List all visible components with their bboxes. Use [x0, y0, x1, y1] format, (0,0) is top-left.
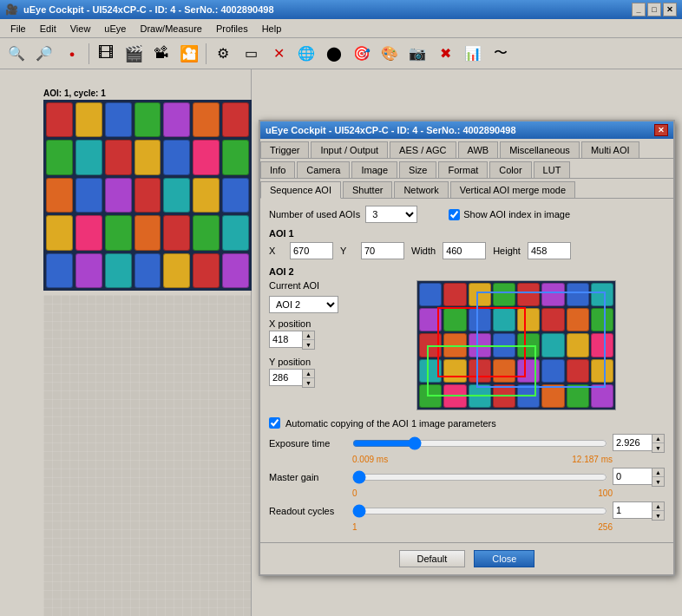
toolbar-btn-cross[interactable]: ✕ — [266, 42, 292, 66]
num-aoi-select[interactable]: 3 1 2 4 5 6 7 8 — [365, 206, 417, 223]
toolbar-btn-target[interactable]: 🎯 — [349, 42, 375, 66]
exposure-slider[interactable] — [352, 436, 607, 450]
toolbar-btn-x-red[interactable]: ✖ — [432, 42, 458, 66]
tab-miscellaneous[interactable]: Miscellaneous — [500, 141, 580, 158]
menu-ueye[interactable]: uEye — [97, 22, 133, 36]
toolbar-sep-2 — [206, 43, 207, 64]
exposure-spinner-btns: ▲ ▼ — [652, 434, 665, 453]
tab-awb[interactable]: AWB — [458, 141, 499, 158]
tab-size[interactable]: Size — [399, 161, 436, 178]
tab-trigger[interactable]: Trigger — [260, 141, 309, 158]
show-aoi-checkbox[interactable] — [449, 209, 460, 220]
exposure-value-input[interactable] — [613, 434, 652, 451]
aoi1-section: AOI 1 X Y Width Height — [269, 228, 665, 259]
menu-help[interactable]: Help — [255, 22, 289, 36]
menu-view[interactable]: View — [63, 22, 98, 36]
tab-aes-agc[interactable]: AES / AGC — [390, 141, 456, 158]
menu-profiles[interactable]: Profiles — [209, 22, 255, 36]
main-area: AOI: 1, cycle: 1 1:1 1:2 1:4 2:1 ↖ ✛ — [0, 69, 682, 616]
tab-input-output[interactable]: Input / Output — [311, 141, 388, 158]
toolbar-btn-graph[interactable]: 📊 — [460, 42, 486, 66]
ypos-label: Y position — [269, 357, 408, 367]
toolbar-btn-globe[interactable]: 🌐 — [293, 42, 319, 66]
tab-vertical-aoi[interactable]: Vertical AOI merge mode — [450, 181, 575, 198]
master-gain-down-btn[interactable]: ▼ — [652, 477, 664, 486]
dialog-close-button[interactable]: ✕ — [654, 124, 668, 136]
aoi1-height-input[interactable] — [528, 242, 571, 259]
tab-sequence-aoi[interactable]: Sequence AOI — [260, 181, 341, 199]
master-gain-min-label: 0 — [352, 488, 357, 498]
aoi1-y-input[interactable] — [361, 242, 404, 259]
xpos-down-btn[interactable]: ▼ — [303, 340, 314, 349]
toolbar-btn-settings[interactable]: ⚙ — [210, 42, 236, 66]
show-aoi-checkbox-row: Show AOI index in image — [449, 209, 570, 220]
toolbar-btn-photo[interactable]: 📷 — [404, 42, 430, 66]
toolbar-btn-1[interactable]: 🔍 — [3, 42, 30, 66]
toolbar-btn-rect[interactable]: ▭ — [238, 42, 264, 66]
menu-draw-measure[interactable]: Draw/Measure — [133, 22, 209, 36]
readout-cycles-section: Readout cycles ▲ ▼ 1 256 — [269, 501, 665, 532]
master-gain-input[interactable] — [613, 468, 652, 485]
dialog-buttons: Default Close — [260, 542, 673, 574]
tab-lut[interactable]: LUT — [534, 161, 571, 178]
xpos-spinner-btns: ▲ ▼ — [302, 331, 315, 350]
toolbar-btn-film-4[interactable]: 🎦 — [176, 42, 202, 66]
ypos-up-btn[interactable]: ▲ — [303, 370, 314, 378]
aoi1-x-input[interactable] — [290, 242, 333, 259]
ypos-down-btn[interactable]: ▼ — [303, 378, 314, 387]
toolbar-btn-2[interactable]: 🔎 — [31, 42, 57, 66]
maximize-button[interactable]: □ — [647, 3, 661, 16]
default-button[interactable]: Default — [399, 550, 466, 567]
readout-cycles-slider[interactable] — [352, 504, 607, 518]
minimize-button[interactable]: _ — [632, 3, 646, 16]
menu-bar: File Edit View uEye Draw/Measure Profile… — [0, 19, 682, 38]
tab-image[interactable]: Image — [351, 161, 397, 178]
master-gain-up-btn[interactable]: ▲ — [652, 469, 664, 477]
tab-network[interactable]: Network — [394, 181, 448, 198]
exposure-max-label: 12.187 ms — [572, 455, 613, 464]
xpos-up-btn[interactable]: ▲ — [303, 331, 314, 340]
current-aoi-select[interactable]: AOI 1 AOI 2 AOI 3 — [269, 296, 338, 313]
close-button[interactable]: ✕ — [663, 3, 677, 16]
ypos-input[interactable] — [269, 369, 302, 386]
aoi2-preview-section — [416, 280, 665, 410]
toolbar-btn-wave[interactable]: 〜 — [488, 42, 514, 66]
readout-cycles-down-btn[interactable]: ▼ — [652, 511, 664, 520]
menu-edit[interactable]: Edit — [33, 22, 63, 36]
tab-multi-aoi[interactable]: Multi AOI — [581, 141, 639, 158]
readout-cycles-min-label: 1 — [352, 522, 357, 532]
toolbar-btn-film-3[interactable]: 📽 — [148, 42, 174, 66]
aoi1-width-label: Width — [411, 246, 436, 256]
toolbar-btn-film-1[interactable]: 🎞 — [93, 42, 119, 66]
window-controls: _ □ ✕ — [632, 3, 677, 16]
tab-format[interactable]: Format — [438, 161, 488, 178]
aoi2-content: Current AOI AOI 1 AOI 2 AOI 3 X position — [269, 280, 665, 410]
tab-color[interactable]: Color — [489, 161, 531, 178]
xpos-input[interactable] — [269, 331, 302, 348]
auto-copy-checkbox[interactable] — [269, 417, 280, 429]
camera-label: AOI: 1, cycle: 1 — [43, 88, 106, 98]
close-dialog-button[interactable]: Close — [474, 550, 534, 567]
exposure-down-btn[interactable]: ▼ — [652, 443, 664, 452]
toolbar-btn-circle[interactable]: ⬤ — [321, 42, 347, 66]
dialog-title-bar: uEye Cockpit - UI524xCP-C - ID: 4 - SerN… — [260, 121, 673, 139]
toolbar: 🔍 🔎 ● 🎞 🎬 📽 🎦 ⚙ ▭ ✕ 🌐 ⬤ 🎯 🎨 📷 ✖ 📊 〜 — [0, 38, 682, 69]
master-gain-slider[interactable] — [352, 470, 607, 484]
readout-cycles-up-btn[interactable]: ▲ — [652, 502, 664, 511]
menu-file[interactable]: File — [3, 22, 33, 36]
toolbar-btn-color[interactable]: 🎨 — [377, 42, 403, 66]
toolbar-btn-3[interactable]: ● — [59, 42, 85, 66]
toolbar-btn-film-2[interactable]: 🎬 — [121, 42, 147, 66]
tab-info[interactable]: Info — [260, 161, 295, 178]
num-aoi-row: Number of used AOIs 3 1 2 4 5 6 7 8 Show… — [269, 206, 665, 223]
master-gain-spinner-btns: ▲ ▼ — [652, 468, 665, 487]
xpos-label: X position — [269, 318, 408, 329]
aoi1-width-input[interactable] — [443, 242, 486, 259]
aoi-rect-green — [427, 345, 535, 396]
tab-shutter[interactable]: Shutter — [343, 181, 392, 198]
exposure-label: Exposure time — [269, 438, 347, 449]
tab-camera[interactable]: Camera — [297, 161, 350, 178]
tab-row-1: Trigger Input / Output AES / AGC AWB Mis… — [260, 139, 673, 159]
exposure-up-btn[interactable]: ▲ — [652, 435, 664, 443]
readout-cycles-input[interactable] — [613, 501, 652, 519]
